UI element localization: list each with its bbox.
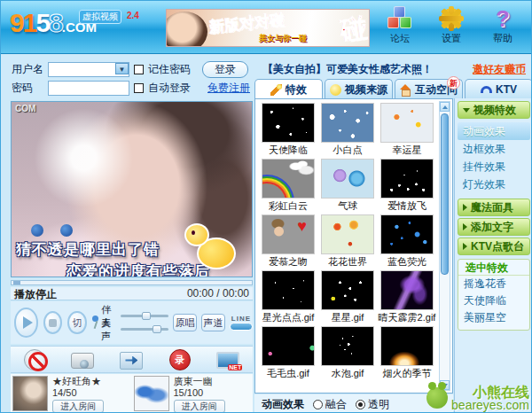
- effect-item[interactable]: 小白点: [318, 103, 377, 155]
- selected-effect-item[interactable]: 摇逸花香: [458, 276, 529, 292]
- tab-ktv[interactable]: KTV: [465, 79, 532, 99]
- section-ktv[interactable]: KTV点歌台: [458, 238, 530, 255]
- effect-item[interactable]: 水泡.gif: [318, 326, 377, 378]
- room-thumbnail[interactable]: [134, 376, 169, 411]
- effect-thumbnail[interactable]: [321, 270, 374, 310]
- seek-bar[interactable]: [11, 280, 253, 285]
- ad-banner[interactable]: 新版对对碰 美女与你一碰 碰: [166, 9, 370, 47]
- settings-button[interactable]: 设置: [432, 6, 471, 45]
- switch-button[interactable]: 切: [67, 311, 86, 334]
- effect-thumbnail[interactable]: [380, 214, 434, 254]
- line-label: LINE: [230, 315, 253, 323]
- earn-coins-link[interactable]: 邀好友赚币: [473, 62, 526, 77]
- channel-button[interactable]: 声道: [201, 314, 225, 331]
- combo-dropdown-icon[interactable]: ▼: [115, 63, 129, 74]
- effect-item[interactable]: 爱慕之吻: [259, 214, 317, 267]
- effect-item[interactable]: 彩虹白云: [259, 159, 317, 211]
- blend-radio[interactable]: [313, 400, 323, 409]
- seek-handle[interactable]: [13, 281, 20, 284]
- scroll-up-icon[interactable]: [440, 102, 450, 112]
- help-button[interactable]: ? 帮助: [483, 6, 522, 45]
- section-label: KTV点歌台: [471, 239, 524, 254]
- snapshot-button[interactable]: [71, 353, 94, 369]
- scroll-down-icon[interactable]: [440, 380, 450, 390]
- effect-item[interactable]: 气球: [318, 159, 377, 211]
- effect-item[interactable]: 爱情放飞: [378, 159, 436, 211]
- accompany-slider[interactable]: [121, 315, 168, 317]
- tab-interact-space[interactable]: 互动空间新: [395, 79, 463, 99]
- effect-thumbnail[interactable]: [262, 103, 315, 143]
- microphone-icon: [91, 316, 98, 330]
- effect-item[interactable]: 花花世界: [318, 214, 377, 267]
- effect-thumbnail[interactable]: [321, 159, 374, 199]
- effect-thumbnail[interactable]: [321, 214, 374, 254]
- forum-label: 论坛: [380, 32, 419, 45]
- original-vocal-button[interactable]: 原唱: [173, 314, 197, 331]
- effect-thumbnail[interactable]: [380, 326, 434, 366]
- effect-item[interactable]: 毛毛虫.gif: [259, 326, 317, 378]
- username-combobox[interactable]: ▼: [48, 62, 129, 77]
- effect-item[interactable]: 烟火的季节: [378, 326, 436, 378]
- accompany-slider-thumb[interactable]: [142, 312, 151, 320]
- effect-thumbnail[interactable]: [380, 103, 434, 143]
- line-toggle[interactable]: [230, 323, 253, 331]
- lyric-line-1: 猜不透是哪里出了错: [16, 239, 160, 260]
- effect-item[interactable]: 星星.gif: [318, 270, 377, 323]
- wand-icon: [270, 84, 282, 96]
- mode-label: 动画效果: [262, 397, 304, 412]
- transparent-radio-option[interactable]: 透明: [356, 397, 389, 412]
- effect-thumbnail[interactable]: [262, 214, 315, 254]
- blend-radio-option[interactable]: 融合: [313, 397, 347, 412]
- register-link[interactable]: 免费注册: [207, 81, 250, 96]
- room-item: 廣東一幽 15/100 进入房间: [132, 374, 254, 413]
- selected-effect-item[interactable]: 天使降临: [458, 292, 529, 309]
- effect-item[interactable]: 星光点点.gif: [259, 270, 317, 323]
- selected-effect-item[interactable]: 美丽星空: [458, 309, 529, 326]
- play-button[interactable]: [14, 308, 38, 338]
- net-monitor-button[interactable]: NET: [216, 352, 239, 369]
- password-input[interactable]: [48, 81, 129, 96]
- sidebar-item-light[interactable]: 灯光效果: [458, 175, 530, 193]
- sidebar-item-animation[interactable]: 动画效果: [458, 122, 530, 140]
- effect-thumbnail[interactable]: [262, 159, 315, 199]
- camera-off-button[interactable]: [24, 349, 45, 370]
- room-thumbnail[interactable]: [12, 376, 48, 411]
- remember-checkbox[interactable]: [134, 65, 144, 74]
- autologin-checkbox[interactable]: [134, 83, 144, 93]
- scrollbar-thumb[interactable]: [441, 113, 449, 275]
- effect-thumbnail[interactable]: [262, 270, 315, 310]
- forum-button[interactable]: 论坛: [380, 6, 419, 45]
- voice-slider-thumb[interactable]: [153, 325, 161, 333]
- effect-label: 星光点点.gif: [259, 312, 317, 323]
- effect-item[interactable]: 幸运星: [378, 103, 436, 155]
- section-add-text[interactable]: 添加文字: [458, 218, 530, 236]
- tab-effects[interactable]: 特效: [254, 79, 323, 99]
- banner-big-char: 碰: [338, 10, 369, 47]
- effect-thumbnail[interactable]: [321, 326, 374, 366]
- stop-button[interactable]: [43, 311, 62, 334]
- player-time: 00:00 / 00:00: [187, 287, 249, 300]
- tab-video-source[interactable]: 视频来源: [325, 79, 393, 99]
- transparent-radio[interactable]: [356, 400, 365, 409]
- enter-room-button[interactable]: 进入房间: [52, 400, 104, 413]
- enter-room-button[interactable]: 进入房间: [174, 400, 225, 413]
- sidebar-item-pendant[interactable]: 挂件效果: [458, 158, 530, 175]
- effect-item[interactable]: 晴天霹雳2.gif: [378, 270, 436, 323]
- effect-item[interactable]: 天使降临: [259, 103, 317, 155]
- right-sidebar: 视频特效 动画效果 边框效果 挂件效果 灯光效果 魔法面具 添加文字 KTV点歌…: [454, 98, 532, 413]
- effect-thumbnail[interactable]: [262, 326, 315, 366]
- login-button[interactable]: 登录: [202, 61, 248, 78]
- tab-effects-label: 特效: [286, 82, 307, 97]
- room-name: 廣東一幽: [174, 376, 225, 387]
- section-magic-mask[interactable]: 魔法面具: [458, 199, 530, 216]
- effects-scrollbar[interactable]: [439, 101, 450, 391]
- voice-slider[interactable]: [121, 328, 168, 331]
- effect-thumbnail[interactable]: [380, 270, 434, 310]
- video-frames-button[interactable]: [120, 352, 143, 370]
- effect-item[interactable]: 蓝色荧光: [378, 214, 436, 267]
- effect-thumbnail[interactable]: [321, 103, 374, 143]
- effect-thumbnail[interactable]: [380, 159, 434, 199]
- record-button[interactable]: 录: [169, 349, 191, 370]
- sidebar-item-border[interactable]: 边框效果: [458, 140, 530, 158]
- section-video-effects[interactable]: 视频特效: [458, 101, 530, 119]
